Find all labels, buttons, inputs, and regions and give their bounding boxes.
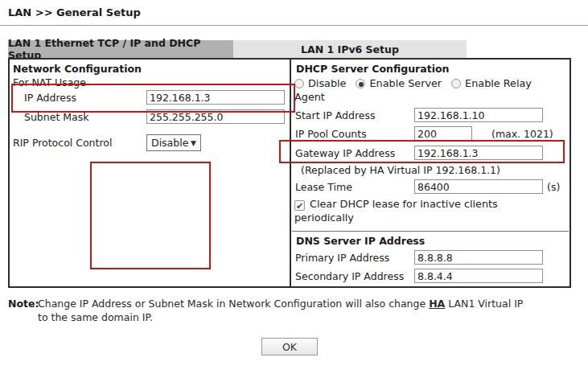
note-text-after-ha: LAN1 Virtual IP (445, 298, 523, 310)
start-ip-input[interactable] (414, 108, 543, 122)
lease-time-row: Lease Time (s) (295, 179, 560, 194)
note-text-line1: Change IP Address or Subnet Mask in Netw… (38, 298, 523, 310)
ip-pool-counts-label: IP Pool Counts (295, 128, 414, 140)
breadcrumb: LAN >> General Setup (8, 6, 141, 18)
subnet-mask-input[interactable] (146, 109, 285, 124)
dns-section-divider (292, 231, 569, 232)
secondary-dns-label: Secondary IP Address (295, 270, 414, 282)
primary-dns-row: Primary IP Address (295, 250, 543, 265)
ip-address-label: IP Address (24, 92, 146, 104)
secondary-dns-input[interactable] (414, 269, 543, 283)
rip-protocol-select[interactable]: Disable ▼ (146, 134, 201, 151)
network-config-heading: Network Configuration (13, 63, 142, 75)
dhcp-mode-radiogroup: DisableEnable ServerEnable Relay Agent (294, 76, 565, 104)
radio-option-disable[interactable]: Disable (294, 77, 346, 89)
primary-dns-input[interactable] (414, 250, 543, 265)
clear-dhcp-lease-label: Clear DHCP lease for inactive clients pe… (294, 198, 498, 224)
tab-lan1-ethernet-dhcp[interactable]: LAN 1 Ethernet TCP / IP and DHCP Setup (8, 40, 233, 58)
subnet-mask-label: Subnet Mask (24, 111, 146, 123)
clear-dhcp-lease-row[interactable]: ✔Clear DHCP lease for inactive clients p… (294, 197, 560, 224)
gateway-ip-row: Gateway IP Address (295, 146, 543, 160)
ip-pool-counts-input[interactable] (414, 126, 472, 141)
lease-time-unit: (s) (547, 181, 560, 193)
note-text-before-ha: Change IP Address or Subnet Mask in Netw… (38, 298, 429, 310)
checkbox-checked-icon[interactable]: ✔ (294, 200, 305, 211)
radio-option-enable-server[interactable]: Enable Server (356, 77, 442, 89)
lease-time-input[interactable] (414, 179, 543, 194)
radio-unchecked-icon (451, 79, 461, 88)
note-text-line2: to the same domain IP. (38, 311, 153, 323)
dns-heading: DNS Server IP Address (296, 235, 425, 247)
lease-time-label: Lease Time (295, 181, 414, 193)
gateway-ip-label: Gateway IP Address (295, 147, 414, 159)
ip-address-row: IP Address (24, 90, 285, 105)
start-ip-row: Start IP Address (295, 108, 543, 122)
radio-label: Disable (308, 77, 346, 89)
subnet-mask-row: Subnet Mask (24, 109, 285, 124)
lan-general-setup-page: LAN >> General Setup LAN 1 Ethernet TCP … (0, 0, 588, 382)
radio-label: Enable Server (369, 77, 442, 89)
dhcp-config-heading: DHCP Server Configuration (296, 63, 449, 75)
ip-pool-max-hint: (max. 1021) (491, 128, 553, 140)
title-divider (0, 25, 588, 26)
rip-selected-value: Disable (151, 137, 188, 149)
ok-button[interactable]: OK (261, 338, 318, 355)
chevron-down-icon: ▼ (191, 139, 196, 147)
rip-protocol-label: RIP Protocol Control (13, 137, 146, 149)
tab-label: LAN 1 IPv6 Setup (301, 43, 399, 55)
for-nat-usage-label: For NAT Usage (13, 76, 86, 88)
ip-pool-counts-row: IP Pool Counts (max. 1021) (295, 126, 553, 141)
tab-lan1-ipv6[interactable]: LAN 1 IPv6 Setup (233, 40, 467, 58)
radio-checked-icon (356, 79, 365, 88)
note-label: Note: (8, 298, 39, 310)
start-ip-label: Start IP Address (295, 109, 414, 121)
gateway-ip-input[interactable] (414, 146, 543, 160)
primary-dns-label: Primary IP Address (295, 252, 414, 264)
secondary-dns-row: Secondary IP Address (295, 269, 543, 283)
rip-protocol-row: RIP Protocol Control Disable ▼ (13, 134, 201, 151)
ip-address-input[interactable] (146, 90, 285, 105)
ha-replaced-note: (Replaced by HA Virtual IP 192.168.1.1) (301, 164, 500, 176)
ha-link[interactable]: HA (429, 298, 445, 310)
radio-unchecked-icon (294, 79, 304, 88)
